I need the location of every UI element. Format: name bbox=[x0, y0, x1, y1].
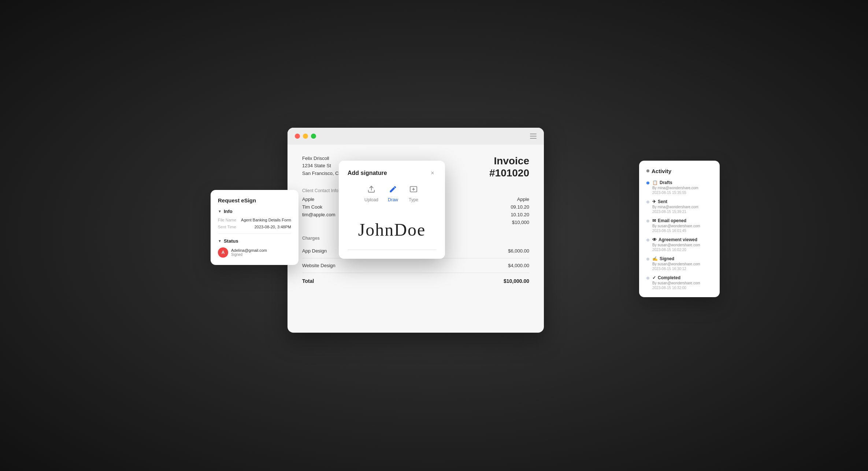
sent-by: By mina@wondershare.com bbox=[652, 205, 698, 209]
email-opened-label: Email opened bbox=[658, 218, 686, 223]
tab-draw[interactable]: Draw bbox=[387, 183, 399, 202]
activity-item-email-opened: ✉ Email opened By susan@wondershare.com … bbox=[646, 218, 712, 233]
scene: Felix Driscoll 1234 State St San Francis… bbox=[214, 117, 654, 355]
status-section-label: Status bbox=[224, 238, 238, 244]
tab-upload[interactable]: Upload bbox=[364, 183, 378, 202]
activity-list: 📋 Drafts By mina@wondershare.com 2023-08… bbox=[646, 180, 712, 290]
dialog-tabs: Upload Draw Type bbox=[348, 183, 436, 202]
email-opened-by: By susan@wondershare.com bbox=[652, 224, 700, 228]
tab-upload-label: Upload bbox=[364, 197, 378, 202]
activity-title-completed: ✓ Completed bbox=[652, 275, 700, 280]
drafts-label: Drafts bbox=[660, 180, 672, 185]
completed-label: Completed bbox=[658, 275, 680, 280]
traffic-light-red[interactable] bbox=[295, 134, 300, 139]
window-titlebar bbox=[288, 128, 544, 145]
signer-status: Signed bbox=[231, 253, 267, 257]
activity-dot-signed bbox=[646, 258, 649, 261]
client-email: tim@apple.com bbox=[302, 212, 335, 217]
activity-content-signed: ✍ Signed By susan@wondershare.com 2023-0… bbox=[652, 256, 700, 271]
tab-draw-label: Draw bbox=[388, 197, 398, 202]
sent-time-label: Sent Time bbox=[218, 225, 236, 229]
signed-label: Signed bbox=[660, 256, 674, 261]
activity-title: Activity bbox=[652, 168, 671, 174]
upload-icon bbox=[366, 183, 377, 195]
activity-dot-agreement-viewed bbox=[646, 239, 649, 242]
completed-by: By susan@wondershare.com bbox=[652, 281, 700, 285]
activity-dot-email-opened bbox=[646, 220, 649, 223]
client-date1: 09.10.20 bbox=[511, 204, 529, 210]
invoice-number: #101020 bbox=[489, 167, 529, 179]
signed-by: By susan@wondershare.com bbox=[652, 262, 700, 266]
activity-title-drafts: 📋 Drafts bbox=[652, 180, 698, 185]
invoice-title: Invoice #101020 bbox=[489, 155, 529, 179]
activity-dot-sent bbox=[646, 201, 649, 203]
signer-email: Adelina@gmail.com bbox=[231, 248, 267, 253]
activity-dot-completed bbox=[646, 277, 649, 280]
activity-item-signed: ✍ Signed By susan@wondershare.com 2023-0… bbox=[646, 256, 712, 271]
activity-item-sent: ✈ Sent By mina@wondershare.com 2023-08-1… bbox=[646, 199, 712, 214]
charge-amount-1: $6,000.00 bbox=[508, 248, 529, 254]
info-section-toggle[interactable]: ▼ Info bbox=[218, 209, 291, 214]
draw-icon bbox=[387, 183, 399, 195]
activity-title-sent: ✈ Sent bbox=[652, 199, 698, 204]
esign-panel: Request eSign ▼ Info File Name Agent Ban… bbox=[211, 190, 298, 265]
activity-header: Activity bbox=[646, 168, 712, 174]
traffic-light-green[interactable] bbox=[311, 134, 316, 139]
status-section-toggle[interactable]: ▼ Status bbox=[218, 238, 291, 244]
charge-name-1: App Design bbox=[302, 248, 327, 254]
type-icon bbox=[408, 183, 419, 195]
sent-icon: ✈ bbox=[652, 199, 656, 204]
signature-display: JohnDoe bbox=[358, 220, 426, 240]
agreement-viewed-icon: 👁 bbox=[652, 237, 657, 242]
email-opened-icon: ✉ bbox=[652, 218, 656, 223]
activity-content-agreement-viewed: 👁 Agreement viewed By susan@wondershare.… bbox=[652, 237, 700, 252]
drafts-icon: 📋 bbox=[652, 180, 658, 185]
activity-item-drafts: 📋 Drafts By mina@wondershare.com 2023-08… bbox=[646, 180, 712, 195]
file-name-row: File Name Agent Banking Details Form bbox=[218, 218, 291, 222]
activity-content-drafts: 📋 Drafts By mina@wondershare.com 2023-08… bbox=[652, 180, 698, 195]
total-label: Total bbox=[302, 278, 314, 284]
drafts-time: 2023-08-15 15:35:55 bbox=[652, 191, 698, 195]
sent-time-row: Sent Time 2023-08-20, 3:48PM bbox=[218, 225, 291, 229]
sent-time-value: 2023-08-20, 3:48PM bbox=[255, 225, 291, 229]
charge-row-website-design: Website Design $4,000.00 bbox=[302, 258, 529, 273]
activity-title-signed: ✍ Signed bbox=[652, 256, 700, 261]
signature-dialog: Add signature × Upload bbox=[339, 161, 445, 259]
status-toggle-arrow: ▼ bbox=[218, 239, 222, 243]
dialog-title: Add signature bbox=[348, 170, 387, 176]
info-toggle-arrow: ▼ bbox=[218, 209, 222, 213]
client-col1: Apple bbox=[517, 197, 529, 202]
agreement-viewed-time: 2023-08-15 16:02:20 bbox=[652, 248, 700, 252]
activity-title-agreement-viewed: 👁 Agreement viewed bbox=[652, 237, 700, 242]
email-opened-time: 2023-08-15 16:01:45 bbox=[652, 229, 700, 233]
total-row: Total $10,000.00 bbox=[302, 273, 529, 289]
tab-type-label: Type bbox=[409, 197, 418, 202]
activity-dot-drafts bbox=[646, 182, 649, 184]
tab-type[interactable]: Type bbox=[408, 183, 419, 202]
drafts-by: By mina@wondershare.com bbox=[652, 186, 698, 190]
activity-title-email-opened: ✉ Email opened bbox=[652, 218, 700, 223]
activity-header-dot bbox=[646, 169, 649, 172]
charge-amount-2: $4,000.00 bbox=[508, 263, 529, 268]
window-menu-icon[interactable] bbox=[530, 134, 537, 139]
divider-1 bbox=[218, 233, 291, 234]
completed-time: 2023-08-15 16:32:00 bbox=[652, 286, 700, 290]
activity-content-sent: ✈ Sent By mina@wondershare.com 2023-08-1… bbox=[652, 199, 698, 214]
activity-item-completed: ✓ Completed By susan@wondershare.com 202… bbox=[646, 275, 712, 290]
total-amount: $10,000.00 bbox=[504, 278, 529, 284]
dialog-header: Add signature × bbox=[348, 169, 436, 177]
file-name-label: File Name bbox=[218, 218, 236, 222]
sent-time: 2023-08-15 15:39:21 bbox=[652, 210, 698, 214]
file-name-value: Agent Banking Details Form bbox=[241, 218, 291, 222]
info-section-label: Info bbox=[224, 209, 233, 214]
signature-canvas: JohnDoe bbox=[348, 210, 436, 250]
sent-label: Sent bbox=[658, 199, 667, 204]
signed-icon: ✍ bbox=[652, 256, 658, 261]
client-amount: $10,000 bbox=[512, 220, 529, 225]
close-icon[interactable]: × bbox=[429, 169, 436, 177]
activity-content-email-opened: ✉ Email opened By susan@wondershare.com … bbox=[652, 218, 700, 233]
invoice-label: Invoice bbox=[489, 155, 529, 167]
traffic-light-yellow[interactable] bbox=[303, 134, 308, 139]
esign-title: Request eSign bbox=[218, 197, 291, 203]
completed-icon: ✓ bbox=[652, 275, 656, 280]
